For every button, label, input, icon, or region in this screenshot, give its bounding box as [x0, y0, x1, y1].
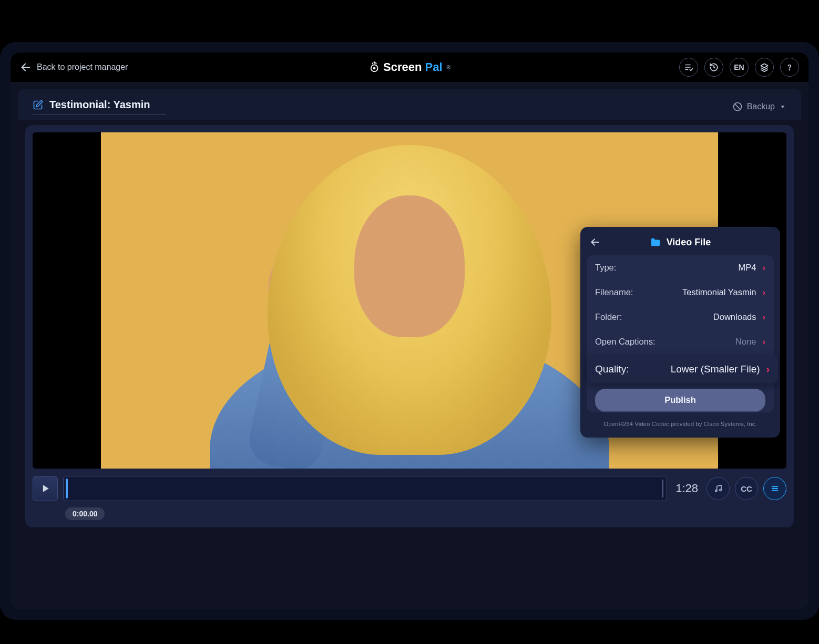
backup-label: Backup	[747, 102, 775, 111]
video-file-icon	[650, 236, 661, 248]
captions-label: Open Captions:	[595, 337, 656, 347]
publish-button[interactable]: Publish	[595, 389, 765, 412]
export-panel-body: Type: MP4 › Filename: Testimonial Yasmin…	[587, 255, 774, 412]
play-button[interactable]	[33, 476, 58, 501]
codec-note: OpenH264 Video Codec provided by Cisco S…	[580, 421, 780, 432]
cc-label: CC	[741, 484, 752, 493]
svg-point-14	[720, 489, 721, 491]
export-panel: Video File Type: MP4 › Filename: Testimo…	[580, 227, 780, 438]
export-row-captions[interactable]: Open Captions: None ›	[587, 329, 774, 354]
back-link-label: Back to project manager	[37, 63, 128, 72]
svg-point-7	[790, 69, 790, 70]
top-actions: EN	[679, 58, 799, 77]
logo-mark-icon	[368, 61, 380, 73]
quality-label: Quality:	[595, 363, 629, 375]
export-panel-title: Video File	[667, 237, 711, 248]
edit-icon	[33, 100, 43, 110]
menu-button[interactable]	[763, 477, 786, 500]
layers-button[interactable]	[755, 58, 774, 77]
backup-dropdown[interactable]: Backup	[732, 101, 786, 112]
type-label: Type:	[595, 263, 616, 273]
chevron-right-icon: ›	[766, 363, 770, 375]
filename-label: Filename:	[595, 287, 633, 297]
folder-label: Folder:	[595, 312, 622, 322]
title-row: Testimonial: Yasmin Backup	[18, 89, 801, 120]
folder-value: Downloads	[713, 312, 756, 322]
export-row-folder[interactable]: Folder: Downloads ›	[587, 305, 774, 329]
chevron-right-icon: ›	[763, 263, 766, 273]
playhead-handle[interactable]	[66, 479, 68, 498]
music-button[interactable]	[707, 477, 730, 500]
logo-text-screen: Screen	[383, 60, 422, 74]
chevron-down-icon	[779, 103, 786, 110]
type-value: MP4	[739, 263, 756, 273]
app-logo: ScreenPal®	[368, 60, 451, 74]
language-button[interactable]: EN	[730, 58, 749, 77]
content-wrap: Video File Type: MP4 › Filename: Testimo…	[25, 125, 794, 527]
svg-marker-10	[781, 106, 785, 108]
arrow-left-icon	[20, 61, 32, 73]
project-title-text: Testimonial: Yasmin	[49, 99, 150, 111]
chevron-right-icon: ›	[763, 287, 766, 297]
svg-point-13	[715, 490, 717, 492]
svg-marker-12	[43, 485, 49, 492]
project-title-editable[interactable]: Testimonial: Yasmin	[33, 99, 166, 115]
illustration-face	[354, 195, 465, 337]
chevron-right-icon: ›	[763, 337, 766, 347]
backup-disabled-icon	[732, 101, 743, 112]
playlist-check-button[interactable]	[679, 58, 698, 77]
export-row-type[interactable]: Type: MP4 ›	[587, 255, 774, 280]
export-row-filename[interactable]: Filename: Testimonial Yasmin ›	[587, 280, 774, 305]
duration-label: 1:28	[675, 482, 698, 495]
filename-value: Testimonial Yasmin	[682, 287, 756, 297]
timeline-endmark	[662, 480, 663, 497]
panel-back-button[interactable]	[590, 237, 600, 247]
export-row-quality[interactable]: Quality: Lower (Smaller File) ›	[587, 355, 778, 383]
timecode-chip: 0:00.00	[65, 507, 105, 520]
chevron-right-icon: ›	[763, 312, 766, 322]
svg-marker-6	[761, 64, 768, 68]
captions-button[interactable]: CC	[735, 477, 758, 500]
video-preview[interactable]: Video File Type: MP4 › Filename: Testimo…	[33, 132, 786, 469]
logo-text-pal: Pal	[425, 60, 442, 74]
playback-bar: 1:28 CC	[33, 476, 786, 501]
top-bar: Back to project manager ScreenPal® EN	[11, 53, 808, 82]
captions-value: None	[735, 337, 756, 347]
logo-registered-mark: ®	[447, 65, 451, 70]
history-button[interactable]	[704, 58, 723, 77]
help-button[interactable]	[780, 58, 799, 77]
svg-point-2	[373, 67, 376, 70]
timeline-track[interactable]	[63, 476, 667, 501]
svg-line-9	[734, 104, 740, 110]
back-to-project-manager-link[interactable]: Back to project manager	[20, 61, 128, 73]
export-panel-header: Video File	[580, 227, 780, 255]
quality-value: Lower (Smaller File)	[671, 363, 760, 375]
language-label: EN	[734, 63, 744, 71]
